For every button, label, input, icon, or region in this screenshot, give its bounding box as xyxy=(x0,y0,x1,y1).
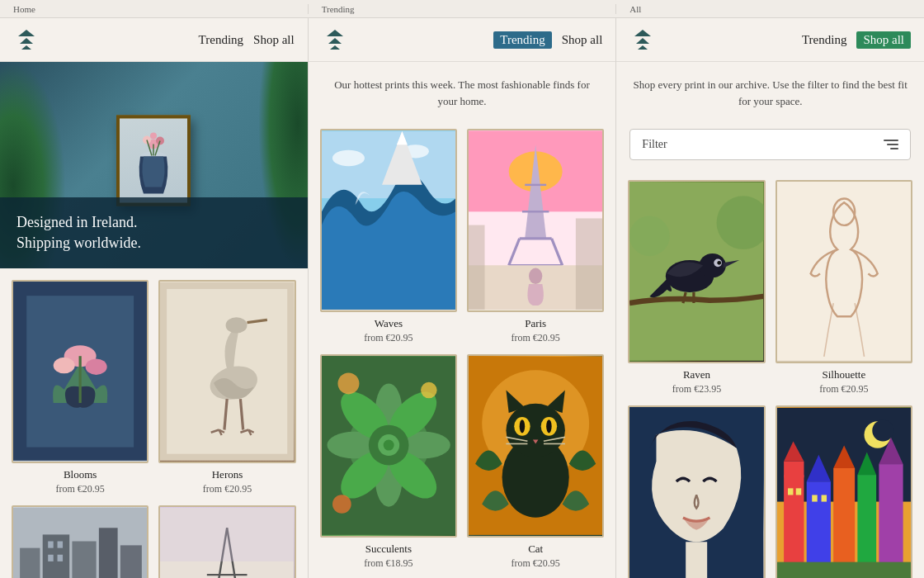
product-image-cat xyxy=(467,354,604,538)
panel-trending-body: Our hottest prints this week. The most f… xyxy=(309,62,616,578)
logo-icon xyxy=(13,26,40,53)
svg-point-83 xyxy=(332,495,351,514)
svg-rect-27 xyxy=(120,545,142,578)
paris2-svg xyxy=(160,507,294,578)
logo-layer-3 xyxy=(21,45,31,50)
panel-home: Trending Shop all xyxy=(0,18,309,578)
panel-all: Trending Shop all Shop every print in ou… xyxy=(616,18,924,578)
product-card-paris-trending[interactable]: Paris from €20.95 xyxy=(467,129,604,344)
product-name-silhouette: Silhouette xyxy=(822,368,865,381)
product-image-village xyxy=(776,405,912,578)
succulents-svg xyxy=(322,356,455,536)
product-card-face[interactable]: Face from €21.95 xyxy=(628,405,765,578)
svg-rect-145 xyxy=(777,561,911,578)
home-nav-trending[interactable]: Trending xyxy=(199,33,243,47)
product-name-raven: Raven xyxy=(683,368,710,381)
svg-point-90 xyxy=(520,419,525,433)
svg-rect-38 xyxy=(48,555,53,561)
product-price-raven: from €23.95 xyxy=(672,383,721,396)
svg-rect-36 xyxy=(48,541,53,547)
svg-rect-50 xyxy=(160,508,294,561)
all-intro-text: Shop every print in our archive. Use the… xyxy=(616,62,924,117)
logo-layer-2 xyxy=(20,38,33,44)
panel-trending: Trending Shop all Our hottest prints thi… xyxy=(309,18,617,578)
panel-home-header: Trending Shop all xyxy=(0,18,308,62)
raven-svg xyxy=(629,182,763,362)
face-svg xyxy=(629,407,763,578)
product-price-paris-trending: from €20.95 xyxy=(512,332,560,344)
filter-line-1 xyxy=(884,140,898,141)
panels-container: Trending Shop all xyxy=(0,18,924,578)
product-name-waves: Waves xyxy=(375,317,403,330)
product-card-waves[interactable]: Waves from €20.95 xyxy=(320,129,457,344)
hero-artwork-svg xyxy=(120,120,186,202)
svg-rect-65 xyxy=(469,225,484,310)
svg-point-91 xyxy=(546,419,551,433)
product-card-herons[interactable]: Herons from €20.95 xyxy=(158,280,295,495)
svg-rect-130 xyxy=(686,542,708,578)
breadcrumb-home[interactable]: Home xyxy=(0,4,309,14)
product-image-london xyxy=(12,505,148,578)
filter-bar[interactable]: Filter xyxy=(629,129,911,160)
svg-point-12 xyxy=(86,358,107,374)
breadcrumb-all[interactable]: All xyxy=(616,4,924,14)
product-card-paris2[interactable]: Paris from €20.95 xyxy=(158,505,295,578)
waves-svg xyxy=(322,130,455,310)
all-nav-trending[interactable]: Trending xyxy=(802,33,846,47)
svg-point-11 xyxy=(54,358,75,373)
svg-rect-26 xyxy=(99,528,118,578)
product-card-raven[interactable]: Raven from €23.95 xyxy=(628,180,765,396)
svg-rect-143 xyxy=(812,495,817,501)
product-image-paris2 xyxy=(158,505,295,578)
all-logo-layer-3 xyxy=(638,45,648,50)
all-logo-layer-1 xyxy=(634,30,651,36)
product-price-blooms: from €20.95 xyxy=(56,483,105,495)
panel-all-body: Shop every print in our archive. Use the… xyxy=(616,62,924,578)
product-image-raven xyxy=(628,180,765,363)
product-name-herons: Herons xyxy=(212,468,243,481)
filter-line-2 xyxy=(887,144,898,145)
home-nav-shop-all[interactable]: Shop all xyxy=(253,33,295,47)
svg-rect-37 xyxy=(58,541,63,547)
hero-line2: Shipping worldwide. xyxy=(16,233,291,253)
product-image-waves xyxy=(320,129,457,312)
product-card-london[interactable]: London from €20.95 xyxy=(12,505,148,578)
product-price-herons: from €20.95 xyxy=(203,483,252,495)
svg-rect-23 xyxy=(20,547,40,578)
svg-point-81 xyxy=(337,372,359,394)
filter-icon xyxy=(884,140,898,149)
product-image-succulents xyxy=(320,354,457,538)
svg-rect-141 xyxy=(788,488,793,495)
product-name-blooms: Blooms xyxy=(64,468,97,481)
london-svg xyxy=(13,507,147,578)
hero-line1: Designed in Ireland. xyxy=(16,212,291,233)
product-image-paris-trending xyxy=(467,129,604,312)
product-card-cat[interactable]: Cat from €20.95 xyxy=(467,354,604,570)
product-price-waves: from €20.95 xyxy=(364,332,412,344)
product-card-blooms[interactable]: Blooms from €20.95 xyxy=(12,280,148,495)
trending-logo-layer-3 xyxy=(330,45,340,50)
product-card-silhouette[interactable]: Silhouette from €20.95 xyxy=(776,180,912,396)
product-card-succulents[interactable]: Succulents from €18.95 xyxy=(320,354,457,570)
trending-nav-shop-all[interactable]: Shop all xyxy=(562,33,603,47)
product-card-village[interactable]: Village from €20.95 xyxy=(776,405,912,578)
svg-rect-25 xyxy=(72,541,96,578)
product-name-succulents: Succulents xyxy=(365,542,412,556)
all-nav-shop-all[interactable]: Shop all xyxy=(856,31,911,49)
svg-point-4 xyxy=(150,133,157,140)
product-image-face xyxy=(628,405,765,578)
hero-section: Designed in Ireland. Shipping worldwide. xyxy=(0,62,308,268)
svg-rect-24 xyxy=(43,534,69,578)
hero-frame xyxy=(116,116,191,206)
product-price-cat: from €20.95 xyxy=(512,557,560,570)
panel-all-header: Trending Shop all xyxy=(616,18,924,62)
all-logo-layer-2 xyxy=(636,38,649,44)
trending-logo-icon xyxy=(322,26,348,53)
breadcrumb-trending[interactable]: Trending xyxy=(309,4,617,14)
panel-trending-header: Trending Shop all xyxy=(309,18,616,62)
trending-product-grid: Waves from €20.95 xyxy=(309,117,616,578)
svg-point-67 xyxy=(529,268,542,284)
product-image-silhouette xyxy=(776,180,912,363)
trending-nav-trending[interactable]: Trending xyxy=(493,31,551,49)
svg-rect-140 xyxy=(879,464,903,578)
